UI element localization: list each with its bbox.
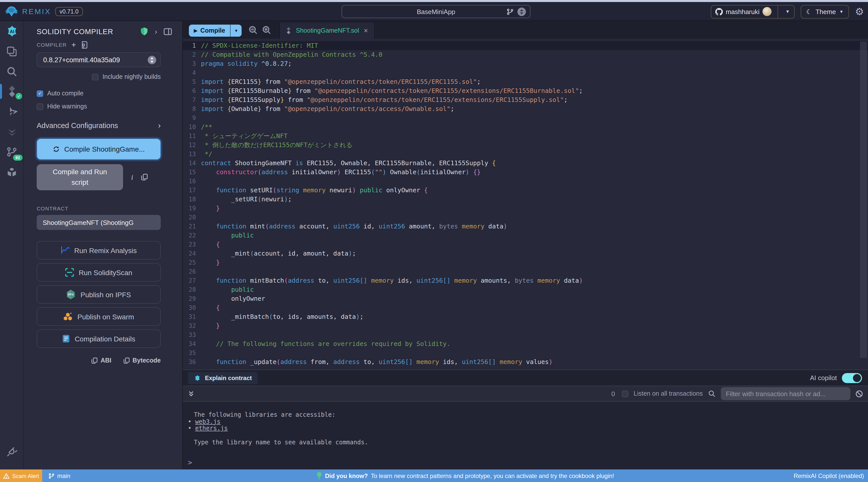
code-line-35[interactable]: 35	[183, 348, 868, 357]
code-line-9[interactable]: 9	[183, 114, 868, 123]
code-line-8[interactable]: 8import {Ownable} from "@openzeppelin/co…	[183, 104, 868, 114]
code-line-1[interactable]: 1// SPDX-License-Identifier: MIT	[183, 41, 868, 50]
code-line-14[interactable]: 14contract ShootingGameNFT is ERC1155, O…	[183, 159, 868, 168]
code-line-26[interactable]: 26	[183, 267, 868, 276]
code-line-28[interactable]: 28 public	[183, 285, 868, 294]
copy-bytecode-button[interactable]: Bytecode	[123, 357, 161, 364]
user-account-button[interactable]: mashharuki ▼	[711, 5, 795, 18]
block-icon[interactable]	[856, 390, 863, 398]
explain-contract-button[interactable]: Explain contract	[188, 372, 258, 384]
git-branch-icon[interactable]	[506, 7, 514, 16]
auto-compile-checkbox[interactable]: ✓	[37, 90, 43, 97]
code-line-33[interactable]: 33	[183, 330, 868, 340]
theme-button[interactable]: ☾ Theme ▼	[801, 5, 849, 18]
advanced-configurations[interactable]: Advanced Configurations ›	[37, 121, 161, 130]
user-menu-caret[interactable]: ▼	[781, 9, 794, 14]
code-line-2[interactable]: 2// Compatible with OpenZeppelin Contrac…	[183, 50, 868, 59]
shield-icon[interactable]	[140, 27, 148, 36]
web3js-link[interactable]: web3.js	[195, 418, 220, 425]
code-line-29[interactable]: 29 onlyOwner	[183, 294, 868, 303]
code-line-23[interactable]: 23 {	[183, 240, 868, 249]
code-line-16[interactable]: 16	[183, 177, 868, 186]
transaction-filter-input[interactable]	[721, 387, 850, 400]
sidebar-item-git-icon[interactable]: 91	[0, 141, 24, 162]
sidebar-item-plugin-manager-icon[interactable]	[0, 162, 24, 182]
scam-alert-button[interactable]: Scam Alert	[0, 470, 42, 482]
code-line-25[interactable]: 25 }	[183, 258, 868, 267]
terminal-output[interactable]: The following libraries are accessible: …	[183, 402, 868, 470]
code-line-13[interactable]: 13 */	[183, 150, 868, 159]
search-icon[interactable]	[708, 390, 716, 398]
ethersjs-link[interactable]: ethers.js	[195, 425, 228, 432]
code-line-24[interactable]: 24 _mint(account, id, amount, data);	[183, 249, 868, 258]
publish-on-swarm-button[interactable]: Publish on Swarm	[37, 307, 161, 326]
git-branch-status[interactable]: main	[48, 470, 70, 482]
compile-contract-button[interactable]: Compile ShootingGame...	[37, 138, 161, 160]
ai-copilot-toggle[interactable]	[842, 373, 862, 383]
compile-split-button[interactable]: ▶ Compile ▼	[189, 25, 242, 37]
code-line-19[interactable]: 19 }	[183, 204, 868, 213]
tab-shootinggamenft[interactable]: ShootingGameNFT.sol ✕	[279, 23, 375, 39]
code-line-5[interactable]: 5import {ERC1155} from "@openzeppelin/co…	[183, 77, 868, 86]
version-spinner-icon[interactable]	[147, 55, 157, 65]
add-compiler-icon[interactable]: +	[71, 41, 76, 49]
code-line-18[interactable]: 18 _setURI(newuri);	[183, 195, 868, 204]
copy-icon[interactable]	[141, 174, 148, 181]
hide-warnings-checkbox[interactable]	[37, 103, 43, 110]
editor-scrollbar[interactable]	[860, 42, 867, 358]
code-line-27[interactable]: 27 function mintBatch(address to, uint25…	[183, 276, 868, 285]
sidebar-item-plugin-connector-icon[interactable]	[0, 442, 24, 462]
code-line-20[interactable]: 20	[183, 213, 868, 222]
publish-on-ipfs-button[interactable]: IPFSPublish on IPFS	[37, 285, 161, 304]
copy-abi-button[interactable]: ABI	[91, 357, 111, 364]
contract-select[interactable]: ShootingGameNFT (ShootingG	[37, 215, 161, 230]
code-line-22[interactable]: 22 public	[183, 231, 868, 240]
zoom-in-icon[interactable]	[262, 25, 271, 35]
line-number: 34	[183, 340, 196, 348]
code-line-21[interactable]: 21 function mint(address account, uint25…	[183, 222, 868, 231]
compilation-details-button[interactable]: Compilation Details	[37, 329, 161, 348]
code-line-11[interactable]: 11 * シューティングゲームNFT	[183, 132, 868, 140]
listen-transactions-checkbox[interactable]	[622, 391, 629, 397]
workspace-sort-icon[interactable]	[517, 7, 526, 17]
settings-gear-icon[interactable]: ⚙	[855, 6, 864, 17]
compile-options-caret[interactable]: ▼	[230, 25, 242, 37]
code-line-34[interactable]: 34 // The following functions are overri…	[183, 340, 868, 348]
code-line-31[interactable]: 31 _mintBatch(to, ids, amounts, data);	[183, 312, 868, 321]
compiler-version-select[interactable]: 0.8.27+commit.40a35a09	[37, 52, 161, 67]
info-icon[interactable]: i	[131, 173, 133, 182]
sidebar-item-unit-testing-icon[interactable]	[0, 122, 24, 141]
code-line-30[interactable]: 30 {	[183, 303, 868, 312]
workspace-select[interactable]: BaseMiniApp	[342, 5, 530, 18]
sidebar-item-solidity-compiler-icon[interactable]: ✓	[0, 81, 24, 101]
run-solidityscan-button[interactable]: Run SolidityScan	[37, 263, 161, 282]
zoom-out-icon[interactable]	[248, 25, 258, 35]
code-line-36[interactable]: 36 function _update(address from, addres…	[183, 357, 868, 366]
code-line-17[interactable]: 17 function setURI(string memory newuri)…	[183, 186, 868, 195]
version-badge[interactable]: v0.71.0	[55, 7, 83, 16]
split-panel-icon[interactable]	[164, 28, 172, 35]
code-line-7[interactable]: 7import {ERC1155Supply} from "@openzeppe…	[183, 95, 868, 104]
sidebar-item-file-explorer-icon[interactable]	[0, 41, 24, 61]
nightly-builds-checkbox[interactable]	[92, 73, 98, 80]
compile-and-run-button[interactable]: Compile and Run script	[37, 164, 123, 190]
sidebar-item-remix-ai-icon[interactable]: AI	[0, 21, 24, 41]
code-line-12[interactable]: 12 * 倒した敵の数だけERC1155のNFTがミントされる	[183, 140, 868, 150]
code-line-3[interactable]: 3pragma solidity ^0.8.27;	[183, 59, 868, 68]
code-line-15[interactable]: 15 constructor(address initialOwner) ERC…	[183, 168, 868, 177]
panel-expand-icon[interactable]: ›	[155, 28, 157, 35]
license-icon[interactable]	[81, 41, 88, 49]
tab-close-icon[interactable]: ✕	[364, 27, 368, 34]
code-line-4[interactable]: 4	[183, 68, 868, 77]
sidebar-item-deploy-run-icon[interactable]	[0, 101, 24, 122]
copilot-status[interactable]: RemixAI Copilot (enabled)	[794, 470, 864, 482]
run-remix-analysis-button[interactable]: Run Remix Analysis	[37, 241, 161, 260]
terminal-prompt[interactable]: >	[187, 460, 868, 467]
code-line-10[interactable]: 10/**	[183, 123, 868, 132]
line-text: onlyOwner	[196, 294, 265, 303]
code-line-6[interactable]: 6import {ERC1155Burnable} from "@openzep…	[183, 86, 868, 95]
terminal-expand-icon[interactable]	[188, 391, 194, 397]
code-line-32[interactable]: 32 }	[183, 321, 868, 330]
sidebar-item-search-icon[interactable]	[0, 61, 24, 81]
code-editor[interactable]: 1// SPDX-License-Identifier: MIT2// Comp…	[183, 39, 868, 370]
